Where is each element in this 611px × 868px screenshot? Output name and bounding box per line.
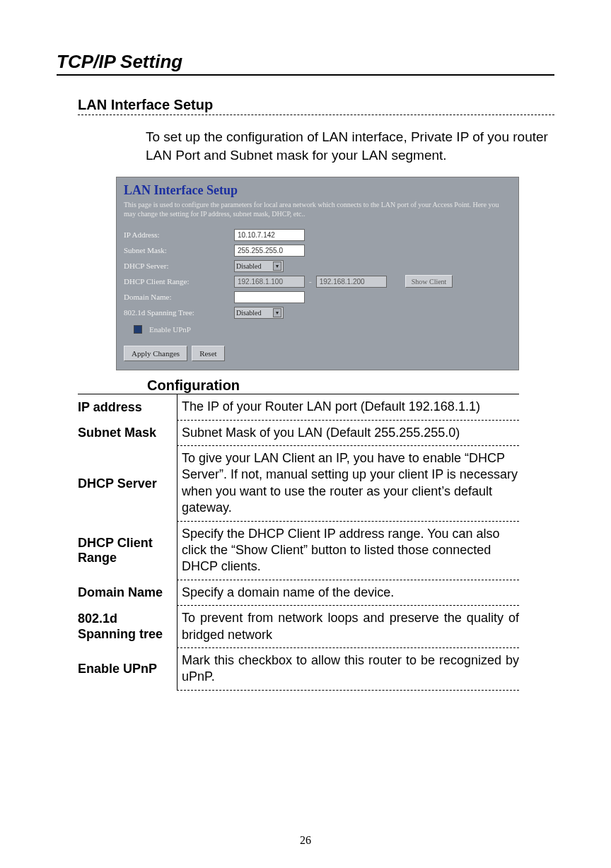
config-label: Domain Name (78, 580, 177, 606)
configuration-table: IP addressThe IP of your Router LAN port… (78, 394, 519, 690)
dhcp-server-select[interactable]: Disabled ▾ (234, 260, 284, 272)
reset-button[interactable]: Reset (192, 346, 224, 361)
label-enable-upnp: Enable UPnP (149, 325, 191, 334)
subnet-mask-field[interactable] (234, 245, 305, 257)
spanning-tree-value: Disabled (236, 309, 262, 317)
label-ip-address: IP Address: (124, 230, 230, 239)
label-domain-name: Domain Name: (124, 293, 230, 301)
label-dhcp-server: DHCP Server: (124, 262, 230, 270)
dhcp-server-value: Disabled (236, 262, 262, 270)
section-heading-lan: LAN Interface Setup (78, 97, 554, 115)
config-value: Mark this checkbox to allow this router … (177, 648, 519, 691)
config-value: To prevent from network loops and preser… (177, 606, 519, 648)
apply-changes-button[interactable]: Apply Changes (124, 346, 187, 361)
range-separator: - (309, 277, 312, 286)
table-row: Domain NameSpecify a domain name of the … (78, 580, 519, 606)
chevron-down-icon: ▾ (273, 308, 281, 317)
domain-name-field[interactable] (234, 291, 305, 303)
table-row: 802.1d Spanning treeTo prevent from netw… (78, 606, 519, 648)
show-client-button[interactable]: Show Client (405, 275, 453, 288)
config-value: Subnet Mask of you LAN (Default 255.255.… (177, 421, 519, 446)
config-value: Specify the DHCP Client IP address range… (177, 522, 519, 580)
label-subnet-mask: Subnet Mask: (124, 246, 230, 254)
config-value: To give your LAN Client an IP, you have … (177, 446, 519, 522)
config-label: DHCP Client Range (78, 522, 177, 580)
chevron-down-icon: ▾ (273, 262, 281, 271)
lan-setup-panel: LAN Interface Setup This page is used to… (116, 177, 519, 370)
page-title: TCP/IP Setting (57, 51, 554, 76)
panel-title: LAN Interface Setup (124, 183, 511, 198)
ip-address-field[interactable] (234, 229, 305, 241)
configuration-heading: Configuration (147, 377, 554, 394)
table-row: Enable UPnPMark this checkbox to allow t… (78, 648, 519, 691)
enable-upnp-checkbox[interactable] (134, 325, 142, 334)
config-value: The IP of your Router LAN port (Default … (177, 394, 519, 420)
table-row: DHCP ServerTo give your LAN Client an IP… (78, 446, 519, 522)
label-dhcp-range: DHCP Client Range: (124, 277, 230, 286)
table-row: IP addressThe IP of your Router LAN port… (78, 394, 519, 420)
spanning-tree-select[interactable]: Disabled ▾ (234, 307, 284, 319)
table-row: Subnet MaskSubnet Mask of you LAN (Defau… (78, 421, 519, 446)
config-label: 802.1d Spanning tree (78, 606, 177, 648)
dhcp-range-from-field[interactable] (234, 276, 305, 288)
config-label: Subnet Mask (78, 421, 177, 446)
config-label: Enable UPnP (78, 648, 177, 691)
config-label: IP address (78, 394, 177, 420)
page-number: 26 (0, 834, 611, 847)
config-value: Specify a domain name of the device. (177, 580, 519, 606)
intro-text: To set up the configuration of LAN inter… (146, 128, 554, 164)
table-row: DHCP Client RangeSpecify the DHCP Client… (78, 522, 519, 580)
dhcp-range-to-field[interactable] (316, 276, 387, 288)
config-label: DHCP Server (78, 446, 177, 522)
panel-description: This page is used to configure the param… (124, 201, 511, 218)
label-spanning-tree: 802.1d Spanning Tree: (124, 308, 230, 317)
